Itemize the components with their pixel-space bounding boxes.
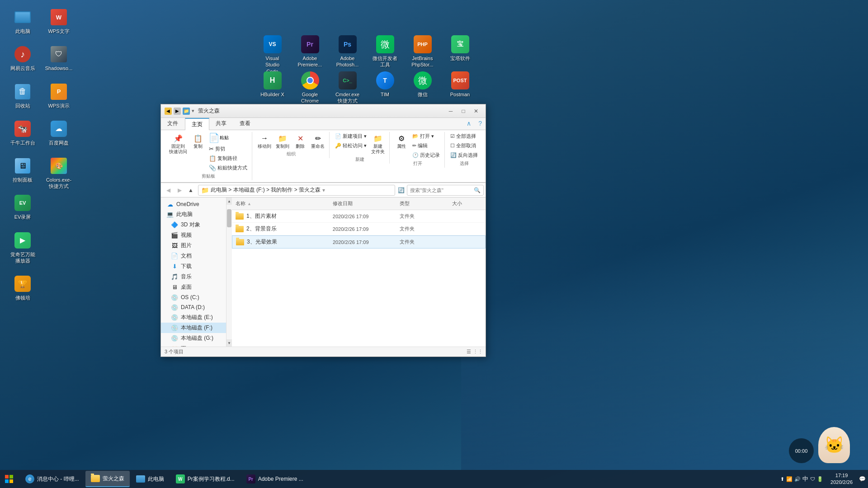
pin-quick-access-button[interactable]: 📌 固定到快速访问: [167, 132, 189, 155]
minimize-button[interactable]: ─: [445, 106, 457, 116]
file-row[interactable]: 2、背景音乐 2020/2/26 17:09 文件夹: [232, 223, 486, 235]
taskbar-clock[interactable]: 17:19 2020/2/26: [827, 472, 856, 486]
sidebar-item-local-f[interactable]: 💿 本地磁盘 (F:): [161, 323, 226, 333]
sidebar-item-local-g[interactable]: 💿 本地磁盘 (G:): [161, 333, 226, 343]
invert-select-button[interactable]: 🔄 反向选择: [448, 151, 480, 160]
desktop-icon-chrome[interactable]: Google Chrome: [293, 68, 327, 108]
detail-view-button[interactable]: ⋮⋮: [474, 348, 482, 356]
copy-path-button[interactable]: 📋 复制路径: [207, 154, 249, 163]
tab-home[interactable]: 主页: [185, 118, 209, 130]
desktop-icon-netease[interactable]: ♪ 网易云音乐: [5, 42, 41, 75]
desktop-icon-tim[interactable]: T TIM: [368, 68, 402, 108]
paste-button[interactable]: 📄 粘贴: [207, 132, 249, 144]
sidebar-item-3d[interactable]: 🔷 3D 对象: [161, 220, 226, 230]
desktop-icon-baidu[interactable]: ☁ 百度网盘: [41, 116, 77, 150]
desktop-icon-fodun[interactable]: 🏆 佛顿培: [5, 271, 41, 305]
paste-shortcut-button[interactable]: 📎 粘贴快捷方式: [207, 164, 249, 172]
sidebar-scrollbar[interactable]: ▲ ▼: [226, 197, 232, 347]
edit-button[interactable]: ✏ 编辑: [410, 141, 442, 150]
col-date[interactable]: 修改日期: [329, 199, 396, 208]
ribbon-help-icon[interactable]: ?: [475, 118, 486, 130]
delete-button[interactable]: ✕ 删除: [292, 132, 308, 150]
sidebar-item-downloads[interactable]: ⬇ 下载: [161, 261, 226, 272]
sidebar-item-data-d[interactable]: 💿 DATA (D:): [161, 302, 226, 312]
taskbar-item-wps[interactable]: W Pr案例学习教程.d...: [170, 471, 240, 487]
rename-button[interactable]: ✏ 重命名: [309, 132, 326, 150]
refresh-button[interactable]: 🔄: [397, 186, 405, 194]
desktop-icon-wechat[interactable]: 微 微信: [406, 68, 439, 108]
col-type[interactable]: 类型: [396, 199, 448, 208]
new-item-button[interactable]: 📄 新建项目 ▾: [333, 132, 368, 141]
desktop-icon-colors[interactable]: 🎨 Colors.exe-快捷方式: [41, 153, 77, 193]
taskbar-item-this-pc[interactable]: 此电脑: [131, 471, 170, 487]
tray-expand-icon[interactable]: ⬆: [780, 476, 784, 482]
copy-button[interactable]: 📋 复制: [190, 132, 206, 150]
taskbar-item-premiere[interactable]: Pr Adobe Premiere ...: [241, 471, 309, 487]
select-all-button[interactable]: ☑ 全部选择: [448, 132, 480, 141]
file-row[interactable]: 3、光晕效果 2020/2/26 17:09 文件夹: [232, 235, 486, 249]
up-button[interactable]: ▲: [185, 185, 196, 196]
sidebar-item-os-c[interactable]: 💿 OS (C:): [161, 292, 226, 302]
back-button[interactable]: ◀: [163, 185, 174, 196]
desktop-icon-control[interactable]: 🖥 控制面板: [5, 153, 41, 187]
copy-to-button[interactable]: 📁 复制到: [274, 132, 291, 150]
sidebar-item-local-e[interactable]: 💿 本地磁盘 (E:): [161, 312, 226, 323]
scroll-up-button[interactable]: ▲: [226, 197, 232, 205]
tray-battery-icon[interactable]: 🔋: [817, 476, 823, 482]
tab-share[interactable]: 共享: [209, 118, 233, 130]
easy-access-button[interactable]: 🔑 轻松访问 ▾: [333, 141, 368, 150]
ribbon-expand-icon[interactable]: ∧: [463, 118, 475, 130]
col-size[interactable]: 大小: [448, 199, 486, 208]
close-button[interactable]: ✕: [470, 106, 482, 116]
sidebar-item-onedrive[interactable]: ☁ OneDrive: [161, 199, 226, 209]
col-name[interactable]: 名称 ▲: [232, 199, 329, 208]
file-row[interactable]: 1、图片素材 2020/2/26 17:09 文件夹: [232, 210, 486, 223]
new-folder-button[interactable]: 📁 新建文件夹: [369, 132, 387, 155]
desktop-icon-ev[interactable]: EV EV录屏: [5, 190, 41, 224]
scroll-down-button[interactable]: ▼: [226, 339, 232, 347]
desktop-icon-wps-ppt[interactable]: P WPS演示: [41, 79, 77, 113]
sidebar-item-desktop[interactable]: 🖥 桌面: [161, 282, 226, 292]
address-path[interactable]: 📁 此电脑 > 本地磁盘 (F:) > 我的制作 > 萤火之森 ▾: [198, 185, 395, 196]
sidebar-item-video[interactable]: 🎬 视频: [161, 230, 226, 240]
sidebar-item-more[interactable]: 📁 更...: [161, 343, 226, 347]
sidebar-item-documents[interactable]: 📄 文档: [161, 251, 226, 261]
desktop-icon-postman[interactable]: POST Postman: [443, 68, 477, 108]
search-input[interactable]: [410, 188, 472, 193]
scroll-thumb[interactable]: [227, 209, 231, 227]
sidebar-desktop-label: 桌面: [181, 283, 192, 291]
move-to-button[interactable]: → 移动到: [256, 132, 273, 150]
sidebar-item-music[interactable]: 🎵 音乐: [161, 272, 226, 282]
window-titlebar[interactable]: ◀ ▶ 📁 ▾ 萤火之森 ─ □ ✕: [161, 104, 486, 118]
taskbar-item-browser[interactable]: e 消息中心 - 哔哩...: [20, 471, 85, 487]
tab-file[interactable]: 文件: [161, 118, 185, 130]
history-button[interactable]: 🕐 历史记录: [410, 151, 442, 160]
tray-antivirus-icon[interactable]: 🛡: [810, 476, 815, 482]
desktop-icon-qiyi[interactable]: ▶ 觉奇艺万能播放器: [5, 228, 41, 268]
tray-input-icon[interactable]: 中: [802, 475, 808, 483]
list-view-button[interactable]: ☰: [465, 348, 473, 356]
tray-network-icon[interactable]: 📶: [786, 476, 793, 482]
desktop-icon-qiniu[interactable]: 🐄 千牛工作台: [5, 116, 41, 150]
search-box[interactable]: 🔍: [407, 185, 484, 196]
start-button[interactable]: [0, 470, 18, 488]
forward-nav-button[interactable]: ▶: [174, 185, 185, 196]
maximize-button[interactable]: □: [458, 106, 469, 116]
open-button[interactable]: 📂 打开 ▾: [410, 132, 442, 141]
tray-volume-icon[interactable]: 🔊: [794, 476, 801, 482]
deselect-all-button[interactable]: ☐ 全部取消: [448, 141, 480, 150]
taskbar-item-explorer[interactable]: 萤火之森: [85, 471, 130, 487]
desktop-icon-hbuilder[interactable]: H HBuilder X: [255, 68, 289, 108]
notification-button[interactable]: 💬: [856, 470, 868, 488]
desktop-icon-this-pc[interactable]: 此电脑: [5, 5, 41, 38]
desktop-icon-shadow[interactable]: 🛡 Shadowso...: [41, 42, 77, 75]
sidebar-item-this-pc[interactable]: 💻 此电脑: [161, 209, 226, 220]
desktop-icon-wps-text[interactable]: W WPS文字: [41, 5, 77, 38]
desktop-icon-cmder[interactable]: C>_ Cmder.exe快捷方式: [330, 68, 364, 108]
postman-label: Postman: [450, 91, 470, 98]
properties-button[interactable]: ⚙ 属性: [393, 132, 410, 150]
tab-view[interactable]: 查看: [233, 118, 257, 130]
cut-button[interactable]: ✂ 剪切: [207, 145, 249, 153]
desktop-icon-recycle[interactable]: 🗑 回收站: [5, 79, 41, 113]
sidebar-item-images[interactable]: 🖼 图片: [161, 240, 226, 251]
